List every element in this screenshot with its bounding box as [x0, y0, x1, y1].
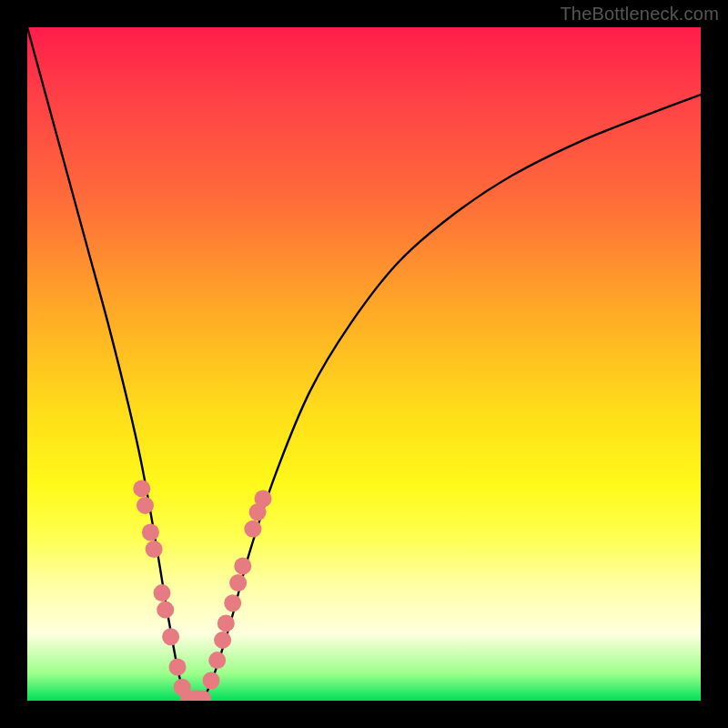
curve-path [27, 27, 701, 701]
bead-marker [133, 480, 150, 497]
watermark-text: TheBottleneck.com [560, 4, 719, 25]
bead-marker [217, 614, 235, 632]
bead-marker [214, 632, 231, 649]
bead-marker [234, 558, 251, 575]
plot-area [27, 27, 701, 701]
bead-marker [142, 524, 159, 541]
bead-marker [244, 521, 261, 538]
bead-marker [224, 594, 241, 612]
bead-marker [255, 490, 272, 508]
bead-marker [154, 584, 171, 602]
bead-marker [162, 628, 179, 645]
bead-marker [136, 497, 154, 514]
chart-frame: TheBottleneck.com [0, 0, 728, 728]
bead-marker [169, 659, 187, 676]
bead-marker [208, 652, 226, 669]
bottleneck-curve [27, 27, 701, 701]
bead-marker [157, 602, 174, 619]
bead-marker [203, 672, 220, 689]
bead-marker [229, 574, 247, 592]
bead-marker [146, 541, 163, 558]
